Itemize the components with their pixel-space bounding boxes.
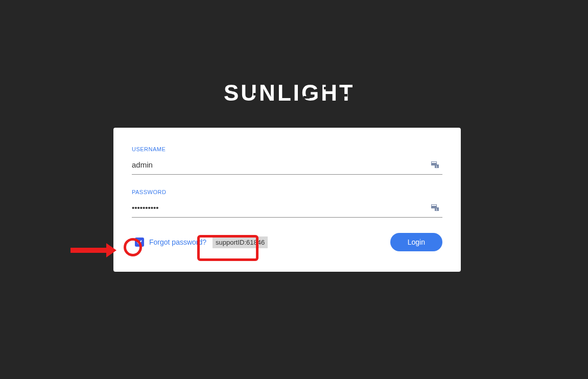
- svg-rect-5: [342, 94, 347, 97]
- svg-rect-4: [324, 87, 328, 89]
- svg-rect-12: [432, 205, 436, 206]
- username-field-group: USERNAME 1: [132, 146, 442, 175]
- arrow-shaft: [70, 248, 106, 253]
- svg-rect-3: [303, 96, 310, 99]
- support-id-badge: supportID:61846: [213, 236, 268, 248]
- logo-text: SUNLIGHT: [224, 83, 355, 105]
- annotation-arrow: [70, 243, 116, 257]
- svg-rect-6: [352, 85, 356, 88]
- username-label: USERNAME: [132, 146, 442, 152]
- password-input[interactable]: [132, 200, 442, 218]
- svg-rect-0: [238, 86, 241, 89]
- arrow-head-icon: [106, 243, 116, 257]
- footer-row: Forgot password? supportID:61846 Login: [132, 233, 442, 251]
- brand-logo: SUNLIGHT: [224, 83, 365, 107]
- username-input[interactable]: [132, 157, 442, 175]
- login-card: USERNAME 1 PASSWORD 1: [113, 128, 461, 272]
- password-field-group: PASSWORD 1: [132, 189, 442, 218]
- svg-rect-2: [284, 89, 289, 92]
- check-icon: [136, 239, 143, 245]
- password-label: PASSWORD: [132, 189, 442, 195]
- login-button[interactable]: Login: [390, 233, 442, 251]
- svg-rect-8: [432, 162, 436, 163]
- remember-checkbox-wrap: [135, 238, 144, 247]
- svg-rect-1: [253, 93, 257, 96]
- forgot-password-link[interactable]: Forgot password?: [149, 238, 206, 246]
- autofill-icon[interactable]: 1: [431, 160, 439, 169]
- autofill-icon[interactable]: 1: [431, 203, 439, 211]
- footer-left: Forgot password? supportID:61846: [132, 236, 268, 248]
- remember-checkbox[interactable]: [135, 238, 144, 247]
